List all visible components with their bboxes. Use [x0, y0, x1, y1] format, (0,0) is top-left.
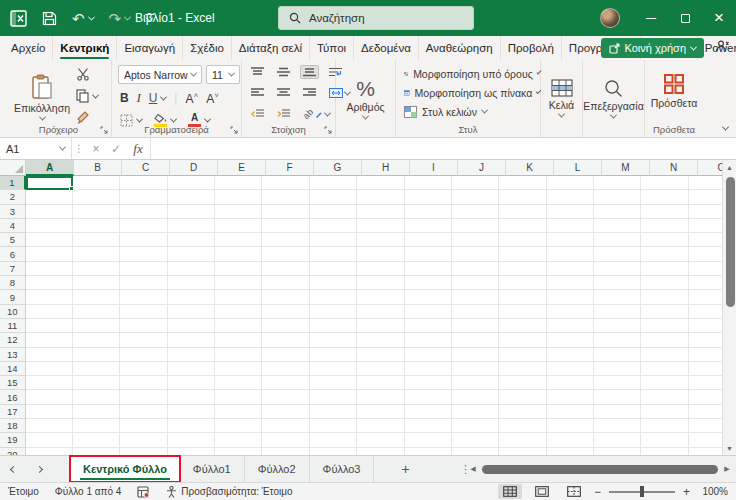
- cancel-icon[interactable]: ×: [86, 142, 106, 156]
- tab-Δεδομένα[interactable]: Δεδομένα: [354, 36, 419, 60]
- cell-E16[interactable]: [215, 390, 262, 404]
- cell-H14[interactable]: [357, 362, 404, 376]
- cell-C18[interactable]: [120, 419, 167, 433]
- cell-M15[interactable]: [594, 376, 641, 390]
- cell-F17[interactable]: [262, 405, 309, 419]
- cell-J10[interactable]: [452, 305, 499, 319]
- bold-button[interactable]: B: [120, 91, 129, 105]
- cell-F11[interactable]: [262, 319, 309, 333]
- cell-D5[interactable]: [168, 233, 215, 247]
- cell-F7[interactable]: [262, 262, 309, 276]
- cell-D10[interactable]: [168, 305, 215, 319]
- row-header-17[interactable]: 17: [0, 405, 26, 419]
- column-header-N[interactable]: N: [650, 160, 698, 176]
- cell-D4[interactable]: [168, 219, 215, 233]
- cell-A6[interactable]: [26, 247, 73, 261]
- undo-chevron-icon[interactable]: [88, 13, 95, 20]
- undo-button[interactable]: ↶: [72, 10, 94, 26]
- cell-E7[interactable]: [215, 262, 262, 276]
- alignment-dialog-launcher-icon[interactable]: [324, 126, 332, 134]
- cell-C20[interactable]: [120, 448, 167, 455]
- cell-E4[interactable]: [215, 219, 262, 233]
- close-button[interactable]: ×: [702, 0, 736, 36]
- cell-K9[interactable]: [499, 290, 546, 304]
- cell-A4[interactable]: [26, 219, 73, 233]
- cell-N15[interactable]: [641, 376, 688, 390]
- row-header-14[interactable]: 14: [0, 362, 26, 376]
- cell-I6[interactable]: [405, 247, 452, 261]
- cell-G10[interactable]: [310, 305, 357, 319]
- excel-app-icon[interactable]: [10, 10, 27, 27]
- cell-B13[interactable]: [73, 348, 120, 362]
- scroll-up-icon[interactable]: ▲: [723, 160, 736, 174]
- cell-G17[interactable]: [310, 405, 357, 419]
- scroll-left-icon[interactable]: ◀: [466, 465, 480, 473]
- cell-N11[interactable]: [641, 319, 688, 333]
- increase-indent-button[interactable]: [274, 107, 293, 121]
- cell-N5[interactable]: [641, 233, 688, 247]
- row-header-9[interactable]: 9: [0, 290, 26, 304]
- cell-J1[interactable]: [452, 176, 499, 190]
- cell-M7[interactable]: [594, 262, 641, 276]
- cell-D17[interactable]: [168, 405, 215, 419]
- cell-M4[interactable]: [594, 219, 641, 233]
- cell-L14[interactable]: [547, 362, 594, 376]
- cell-K8[interactable]: [499, 276, 546, 290]
- cell-B5[interactable]: [73, 233, 120, 247]
- cell-B20[interactable]: [73, 448, 120, 455]
- cell-J14[interactable]: [452, 362, 499, 376]
- row-header-12[interactable]: 12: [0, 333, 26, 347]
- conditional-formatting-button[interactable]: Μορφοποίηση υπό όρους: [396, 64, 540, 83]
- cell-H4[interactable]: [357, 219, 404, 233]
- cell-G7[interactable]: [310, 262, 357, 276]
- macro-record-icon[interactable]: [129, 483, 158, 500]
- cell-M11[interactable]: [594, 319, 641, 333]
- number-format-button[interactable]: % Αριθμός: [336, 60, 395, 137]
- sheet-tab-Φύλλο1[interactable]: Φύλλο1: [180, 456, 245, 482]
- cell-I11[interactable]: [405, 319, 452, 333]
- cell-C12[interactable]: [120, 333, 167, 347]
- align-middle-button[interactable]: [274, 65, 293, 79]
- cell-K7[interactable]: [499, 262, 546, 276]
- page-break-view-button[interactable]: [562, 484, 586, 499]
- cell-N19[interactable]: [641, 433, 688, 447]
- sheet-tab-Φύλλο2[interactable]: Φύλλο2: [245, 456, 310, 482]
- cell-J16[interactable]: [452, 390, 499, 404]
- cell-J8[interactable]: [452, 276, 499, 290]
- cell-L9[interactable]: [547, 290, 594, 304]
- cells-button[interactable]: Κελιά: [541, 60, 582, 137]
- cell-E20[interactable]: [215, 448, 262, 455]
- cell-G20[interactable]: [310, 448, 357, 455]
- cell-G11[interactable]: [310, 319, 357, 333]
- cell-I2[interactable]: [405, 190, 452, 204]
- cell-C16[interactable]: [120, 390, 167, 404]
- cell-M6[interactable]: [594, 247, 641, 261]
- cell-E19[interactable]: [215, 433, 262, 447]
- cell-I3[interactable]: [405, 205, 452, 219]
- cell-J18[interactable]: [452, 419, 499, 433]
- cell-F12[interactable]: [262, 333, 309, 347]
- user-avatar[interactable]: [600, 8, 620, 28]
- cell-C2[interactable]: [120, 190, 167, 204]
- align-center-button[interactable]: [274, 86, 293, 100]
- cell-A9[interactable]: [26, 290, 73, 304]
- cell-M14[interactable]: [594, 362, 641, 376]
- sheet-nav-right-icon[interactable]: [26, 456, 52, 482]
- share-button[interactable]: Κοινή χρήση: [601, 38, 705, 58]
- normal-view-button[interactable]: [498, 484, 522, 499]
- decrease-font-button[interactable]: A˅: [206, 91, 219, 106]
- cell-C14[interactable]: [120, 362, 167, 376]
- column-header-B[interactable]: B: [74, 160, 122, 176]
- cell-styles-button[interactable]: Στυλ κελιών: [396, 102, 540, 121]
- search-box[interactable]: Αναζήτηση: [278, 6, 474, 30]
- cell-F14[interactable]: [262, 362, 309, 376]
- cell-G16[interactable]: [310, 390, 357, 404]
- redo-button[interactable]: ↷: [109, 10, 131, 26]
- font-dialog-launcher-icon[interactable]: [230, 126, 238, 134]
- cell-M2[interactable]: [594, 190, 641, 204]
- cell-A2[interactable]: [26, 190, 73, 204]
- cell-I10[interactable]: [405, 305, 452, 319]
- column-header-G[interactable]: G: [314, 160, 362, 176]
- row-header-10[interactable]: 10: [0, 305, 26, 319]
- cell-H9[interactable]: [357, 290, 404, 304]
